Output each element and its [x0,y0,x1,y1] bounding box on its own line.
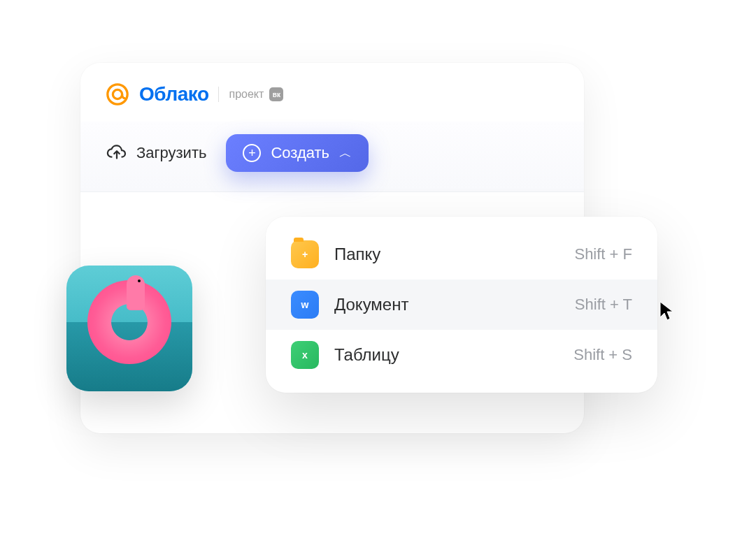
cloud-upload-icon [106,142,128,164]
svg-point-0 [108,85,127,104]
menu-item-document[interactable]: w Документ Shift + T [266,280,657,330]
upload-label: Загрузить [136,144,206,162]
cursor-icon [659,300,676,321]
brand-name: Облако [139,83,208,106]
project-text: проект [229,88,264,101]
image-thumbnail[interactable] [66,266,192,391]
menu-item-spreadsheet[interactable]: x Таблицу Shift + S [266,330,657,380]
folder-plus-icon: + [291,240,319,268]
word-doc-icon: w [291,291,319,319]
header: Облако проект вк [80,63,584,122]
flamingo-head-graphic [127,275,145,310]
project-label: проект вк [229,87,283,101]
divider [218,87,219,102]
toolbar: Загрузить + Создать ︿ [80,122,584,192]
create-dropdown: + Папку Shift + F w Документ Shift + T x… [266,217,657,393]
create-label: Создать [271,144,329,162]
menu-item-shortcut: Shift + T [575,296,632,314]
create-button[interactable]: + Создать ︿ [226,134,369,172]
menu-item-label: Документ [334,295,559,314]
spreadsheet-icon: x [291,341,319,369]
chevron-up-icon: ︿ [339,145,352,161]
menu-item-shortcut: Shift + F [574,245,632,263]
at-logo-icon [106,82,129,106]
menu-item-label: Папку [334,245,559,264]
plus-circle-icon: + [243,144,261,162]
menu-item-folder[interactable]: + Папку Shift + F [266,229,657,280]
menu-item-label: Таблицу [334,345,558,365]
svg-point-1 [113,89,122,99]
vk-badge-icon: вк [269,87,283,101]
menu-item-shortcut: Shift + S [573,346,632,364]
upload-button[interactable]: Загрузить [106,142,206,164]
